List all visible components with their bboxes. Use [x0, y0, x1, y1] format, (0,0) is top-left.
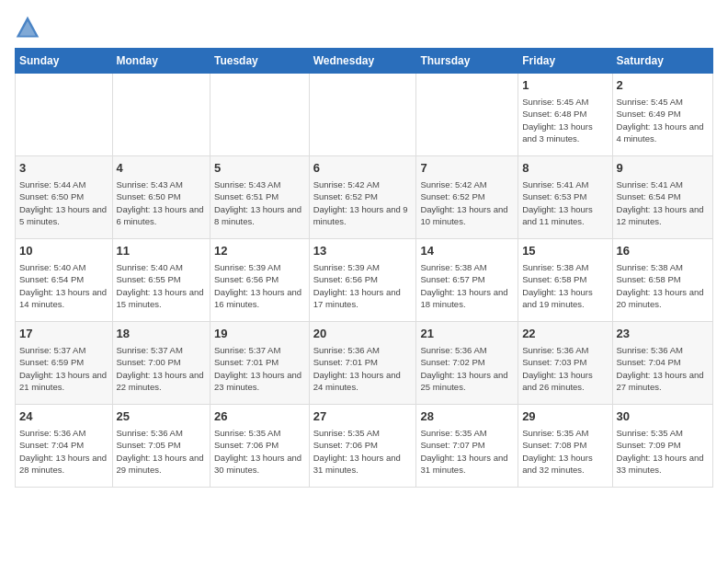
- calendar-cell: 3Sunrise: 5:44 AM Sunset: 6:50 PM Daylig…: [16, 156, 113, 239]
- day-info: Sunrise: 5:45 AM Sunset: 6:48 PM Dayligh…: [522, 96, 608, 144]
- day-info: Sunrise: 5:36 AM Sunset: 7:03 PM Dayligh…: [522, 344, 608, 393]
- day-number: 18: [117, 326, 206, 342]
- day-number: 21: [420, 326, 514, 342]
- day-info: Sunrise: 5:43 AM Sunset: 6:51 PM Dayligh…: [214, 178, 305, 227]
- day-info: Sunrise: 5:42 AM Sunset: 6:52 PM Dayligh…: [313, 178, 413, 227]
- calendar-cell: [210, 74, 310, 156]
- calendar-cell: 1Sunrise: 5:45 AM Sunset: 6:48 PM Daylig…: [518, 74, 612, 156]
- calendar-cell: 26Sunrise: 5:35 AM Sunset: 7:06 PM Dayli…: [210, 405, 310, 488]
- day-number: 27: [313, 408, 413, 425]
- calendar-table: SundayMondayTuesdayWednesdayThursdayFrid…: [15, 48, 713, 488]
- day-number: 25: [117, 408, 206, 425]
- calendar-cell: [416, 74, 518, 156]
- calendar-cell: 12Sunrise: 5:39 AM Sunset: 6:56 PM Dayli…: [210, 239, 310, 322]
- day-number: 5: [214, 160, 305, 177]
- day-info: Sunrise: 5:44 AM Sunset: 6:50 PM Dayligh…: [19, 178, 108, 227]
- day-info: Sunrise: 5:35 AM Sunset: 7:07 PM Dayligh…: [420, 427, 514, 476]
- calendar-cell: [16, 74, 113, 156]
- day-info: Sunrise: 5:37 AM Sunset: 7:01 PM Dayligh…: [214, 344, 305, 393]
- day-info: Sunrise: 5:35 AM Sunset: 7:09 PM Dayligh…: [617, 427, 709, 476]
- day-info: Sunrise: 5:45 AM Sunset: 6:49 PM Dayligh…: [617, 96, 709, 144]
- day-info: Sunrise: 5:38 AM Sunset: 6:57 PM Dayligh…: [420, 261, 514, 310]
- day-info: Sunrise: 5:41 AM Sunset: 6:54 PM Dayligh…: [617, 178, 709, 227]
- day-info: Sunrise: 5:42 AM Sunset: 6:52 PM Dayligh…: [420, 178, 514, 227]
- day-info: Sunrise: 5:36 AM Sunset: 7:02 PM Dayligh…: [420, 344, 514, 393]
- day-number: 3: [19, 160, 108, 177]
- day-number: 15: [522, 243, 608, 259]
- day-number: 9: [617, 160, 709, 177]
- calendar-cell: 15Sunrise: 5:38 AM Sunset: 6:58 PM Dayli…: [518, 239, 612, 322]
- day-info: Sunrise: 5:37 AM Sunset: 7:00 PM Dayligh…: [117, 344, 206, 393]
- week-row: 24Sunrise: 5:36 AM Sunset: 7:04 PM Dayli…: [16, 405, 713, 488]
- day-info: Sunrise: 5:40 AM Sunset: 6:55 PM Dayligh…: [117, 261, 206, 310]
- day-number: 30: [617, 408, 709, 425]
- calendar-cell: 5Sunrise: 5:43 AM Sunset: 6:51 PM Daylig…: [210, 156, 310, 239]
- calendar-cell: 30Sunrise: 5:35 AM Sunset: 7:09 PM Dayli…: [612, 405, 712, 488]
- day-info: Sunrise: 5:37 AM Sunset: 6:59 PM Dayligh…: [19, 344, 108, 393]
- calendar-cell: 18Sunrise: 5:37 AM Sunset: 7:00 PM Dayli…: [112, 322, 210, 405]
- weekday-header: Friday: [518, 49, 612, 74]
- day-info: Sunrise: 5:36 AM Sunset: 7:01 PM Dayligh…: [313, 344, 413, 393]
- day-info: Sunrise: 5:36 AM Sunset: 7:04 PM Dayligh…: [19, 427, 108, 476]
- weekday-header: Wednesday: [309, 49, 416, 74]
- weekday-header: Tuesday: [210, 49, 310, 74]
- calendar-cell: 7Sunrise: 5:42 AM Sunset: 6:52 PM Daylig…: [416, 156, 518, 239]
- day-number: 7: [420, 160, 514, 177]
- day-number: 23: [617, 326, 709, 342]
- day-number: 24: [19, 408, 108, 425]
- calendar-cell: 27Sunrise: 5:35 AM Sunset: 7:06 PM Dayli…: [309, 405, 416, 488]
- weekday-header: Monday: [112, 49, 210, 74]
- day-number: 22: [522, 326, 608, 342]
- weekday-header: Sunday: [16, 49, 113, 74]
- calendar-cell: 29Sunrise: 5:35 AM Sunset: 7:08 PM Dayli…: [518, 405, 612, 488]
- week-row: 1Sunrise: 5:45 AM Sunset: 6:48 PM Daylig…: [16, 74, 713, 156]
- day-info: Sunrise: 5:40 AM Sunset: 6:54 PM Dayligh…: [19, 261, 108, 310]
- calendar-cell: 21Sunrise: 5:36 AM Sunset: 7:02 PM Dayli…: [416, 322, 518, 405]
- day-number: 26: [214, 408, 305, 425]
- calendar-cell: 23Sunrise: 5:36 AM Sunset: 7:04 PM Dayli…: [612, 322, 712, 405]
- day-number: 2: [617, 77, 709, 94]
- day-number: 6: [313, 160, 413, 177]
- day-info: Sunrise: 5:35 AM Sunset: 7:06 PM Dayligh…: [313, 427, 413, 476]
- calendar-cell: 24Sunrise: 5:36 AM Sunset: 7:04 PM Dayli…: [16, 405, 113, 488]
- header-row: SundayMondayTuesdayWednesdayThursdayFrid…: [16, 49, 713, 74]
- day-number: 13: [313, 243, 413, 259]
- day-info: Sunrise: 5:35 AM Sunset: 7:08 PM Dayligh…: [522, 427, 608, 476]
- day-number: 14: [420, 243, 514, 259]
- day-info: Sunrise: 5:41 AM Sunset: 6:53 PM Dayligh…: [522, 178, 608, 227]
- day-number: 16: [617, 243, 709, 259]
- day-number: 11: [117, 243, 206, 259]
- calendar-cell: [309, 74, 416, 156]
- week-row: 3Sunrise: 5:44 AM Sunset: 6:50 PM Daylig…: [16, 156, 713, 239]
- day-info: Sunrise: 5:39 AM Sunset: 6:56 PM Dayligh…: [313, 261, 413, 310]
- calendar-header: SundayMondayTuesdayWednesdayThursdayFrid…: [16, 49, 713, 74]
- day-info: Sunrise: 5:38 AM Sunset: 6:58 PM Dayligh…: [617, 261, 709, 310]
- calendar-cell: 10Sunrise: 5:40 AM Sunset: 6:54 PM Dayli…: [16, 239, 113, 322]
- calendar-cell: 17Sunrise: 5:37 AM Sunset: 6:59 PM Dayli…: [16, 322, 113, 405]
- day-info: Sunrise: 5:39 AM Sunset: 6:56 PM Dayligh…: [214, 261, 305, 310]
- week-row: 17Sunrise: 5:37 AM Sunset: 6:59 PM Dayli…: [16, 322, 713, 405]
- day-number: 12: [214, 243, 305, 259]
- day-info: Sunrise: 5:38 AM Sunset: 6:58 PM Dayligh…: [522, 261, 608, 310]
- day-number: 10: [19, 243, 108, 259]
- day-number: 29: [522, 408, 608, 425]
- day-number: 8: [522, 160, 608, 177]
- calendar-cell: 4Sunrise: 5:43 AM Sunset: 6:50 PM Daylig…: [112, 156, 210, 239]
- weekday-header: Thursday: [416, 49, 518, 74]
- day-number: 17: [19, 326, 108, 342]
- logo-icon: [15, 15, 40, 40]
- calendar-cell: 20Sunrise: 5:36 AM Sunset: 7:01 PM Dayli…: [309, 322, 416, 405]
- calendar-cell: 9Sunrise: 5:41 AM Sunset: 6:54 PM Daylig…: [612, 156, 712, 239]
- week-row: 10Sunrise: 5:40 AM Sunset: 6:54 PM Dayli…: [16, 239, 713, 322]
- day-info: Sunrise: 5:43 AM Sunset: 6:50 PM Dayligh…: [117, 178, 206, 227]
- calendar-cell: 14Sunrise: 5:38 AM Sunset: 6:57 PM Dayli…: [416, 239, 518, 322]
- calendar-cell: 8Sunrise: 5:41 AM Sunset: 6:53 PM Daylig…: [518, 156, 612, 239]
- calendar-cell: 19Sunrise: 5:37 AM Sunset: 7:01 PM Dayli…: [210, 322, 310, 405]
- calendar-cell: 25Sunrise: 5:36 AM Sunset: 7:05 PM Dayli…: [112, 405, 210, 488]
- day-info: Sunrise: 5:36 AM Sunset: 7:05 PM Dayligh…: [117, 427, 206, 476]
- weekday-header: Saturday: [612, 49, 712, 74]
- day-number: 19: [214, 326, 305, 342]
- calendar-cell: 2Sunrise: 5:45 AM Sunset: 6:49 PM Daylig…: [612, 74, 712, 156]
- page-header: [15, 15, 713, 40]
- logo: [15, 15, 44, 40]
